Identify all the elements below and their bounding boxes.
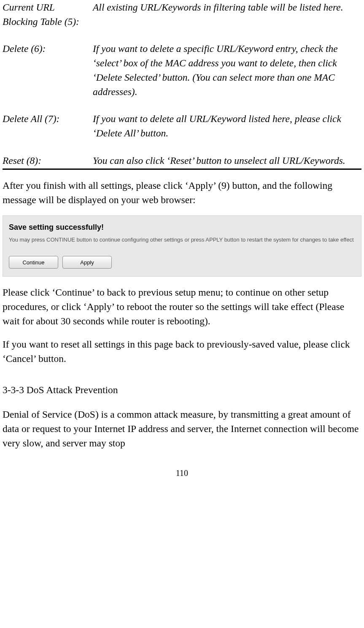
dialog-button-row: Continue Apply [9,256,355,269]
def-term: Reset (8): [3,153,91,168]
def-desc: If you want to delete a specific URL/Key… [93,41,361,99]
section-heading: 3-3-3 DoS Attack Prevention [3,383,361,397]
definitions-table: Current URL Blocking Table (5): All exis… [3,0,361,168]
dos-paragraph: Denial of Service (DoS) is a common atta… [3,407,361,450]
def-term: Delete All (7): [3,111,91,140]
def-term: Current URL Blocking Table (5): [3,0,91,29]
dialog-title: Save setting successfully! [9,222,355,233]
def-desc: If you want to delete all URL/Keyword li… [93,111,361,140]
continue-button[interactable]: Continue [9,256,58,269]
continue-instruction: Please click ‘Continue’ to back to previ… [3,285,361,328]
dialog-text: You may press CONTINUE button to continu… [9,236,355,244]
def-desc: You can also click ‘Reset’ button to uns… [93,153,361,168]
cancel-instruction: If you want to reset all settings in thi… [3,337,361,366]
apply-button[interactable]: Apply [62,256,112,269]
divider [3,169,361,170]
def-desc: All existing URL/Keywords in filtering t… [93,0,361,29]
apply-instruction: After you finish with all settings, plea… [3,178,361,207]
def-term: Delete (6): [3,41,91,99]
save-dialog: Save setting successfully! You may press… [3,215,361,277]
page-number: 110 [3,467,361,479]
